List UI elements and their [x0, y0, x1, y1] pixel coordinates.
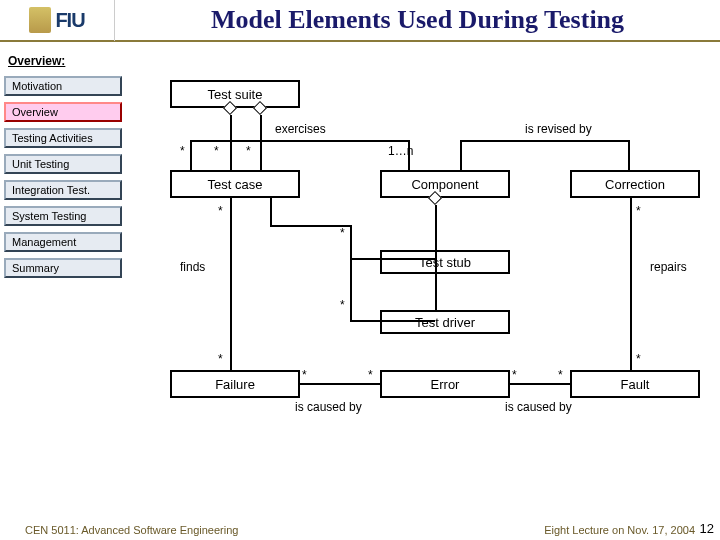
connector — [260, 115, 262, 170]
connector — [230, 198, 232, 370]
mult-star: * — [218, 204, 223, 218]
mult-one-n: 1…n — [388, 144, 413, 158]
box-test-suite: Test suite — [170, 80, 300, 108]
connector — [270, 198, 272, 226]
label-finds: finds — [180, 260, 205, 274]
mult-star: * — [246, 144, 251, 158]
mult-star: * — [558, 368, 563, 382]
nav-testing-activities[interactable]: Testing Activities — [4, 128, 122, 148]
mult-star: * — [214, 144, 219, 158]
label-is-caused-by: is caused by — [505, 400, 572, 414]
connector — [190, 140, 410, 142]
logo-text: FIU — [55, 9, 84, 32]
connector — [510, 383, 570, 385]
mult-star: * — [340, 298, 345, 312]
sidebar: Overview: Motivation Overview Testing Ac… — [0, 54, 128, 284]
label-repairs: repairs — [650, 260, 687, 274]
connector — [435, 205, 437, 310]
connector — [350, 258, 435, 260]
diagram-canvas: Test suite Test case Component Correctio… — [130, 60, 715, 510]
nav-summary[interactable]: Summary — [4, 258, 122, 278]
box-test-case: Test case — [170, 170, 300, 198]
connector — [190, 140, 192, 170]
connector — [460, 140, 630, 142]
nav-motivation[interactable]: Motivation — [4, 76, 122, 96]
box-component: Component — [380, 170, 510, 198]
mult-star: * — [218, 352, 223, 366]
footer-left: CEN 5011: Advanced Software Engineering — [25, 524, 238, 536]
mult-star: * — [636, 204, 641, 218]
box-failure: Failure — [170, 370, 300, 398]
connector — [300, 383, 380, 385]
header: FIU Model Elements Used During Testing — [0, 0, 720, 42]
logo: FIU — [0, 0, 115, 41]
footer-right: Eight Lecture on Nov. 17, 2004 — [544, 524, 695, 536]
nav-system-testing[interactable]: System Testing — [4, 206, 122, 226]
box-test-driver: Test driver — [380, 310, 510, 334]
mult-star: * — [368, 368, 373, 382]
logo-badge-icon — [29, 7, 51, 33]
sidebar-section-title: Overview: — [8, 54, 128, 68]
box-fault: Fault — [570, 370, 700, 398]
connector — [230, 115, 232, 170]
mult-star: * — [512, 368, 517, 382]
mult-star: * — [636, 352, 641, 366]
connector — [350, 320, 435, 322]
mult-star: * — [340, 226, 345, 240]
connector — [350, 225, 352, 322]
mult-star: * — [302, 368, 307, 382]
nav-unit-testing[interactable]: Unit Testing — [4, 154, 122, 174]
label-is-revised-by: is revised by — [525, 122, 592, 136]
footer: CEN 5011: Advanced Software Engineering … — [0, 524, 720, 536]
box-test-stub: Test stub — [380, 250, 510, 274]
mult-star: * — [180, 144, 185, 158]
connector — [630, 198, 632, 370]
box-error: Error — [380, 370, 510, 398]
label-is-caused-by: is caused by — [295, 400, 362, 414]
nav-management[interactable]: Management — [4, 232, 122, 252]
nav-overview[interactable]: Overview — [4, 102, 122, 122]
box-correction: Correction — [570, 170, 700, 198]
connector — [628, 140, 630, 170]
page-title: Model Elements Used During Testing — [115, 5, 720, 35]
connector — [460, 140, 462, 170]
page-number: 12 — [700, 521, 714, 536]
nav-integration-test[interactable]: Integration Test. — [4, 180, 122, 200]
label-exercises: exercises — [275, 122, 326, 136]
